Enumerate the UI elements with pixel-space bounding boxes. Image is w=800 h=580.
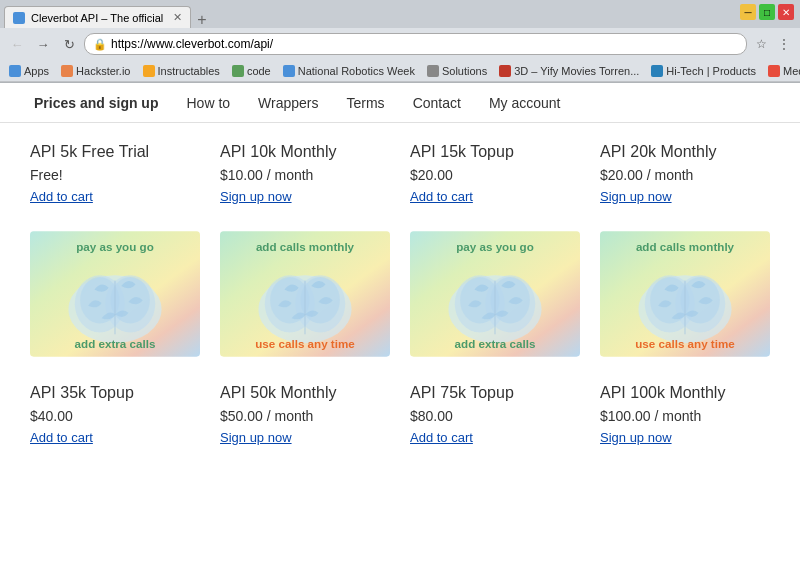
product-price: $40.00 — [30, 408, 200, 424]
close-button[interactable]: ✕ — [778, 4, 794, 20]
bookmark-apps-icon — [9, 65, 21, 77]
svg-text:add calls monthly: add calls monthly — [636, 240, 735, 253]
bookmark-hackster-label: Hackster.io — [76, 65, 130, 77]
add-to-cart-button[interactable]: Add to cart — [30, 189, 200, 204]
svg-text:use calls any time: use calls any time — [255, 337, 355, 350]
tab-close-button[interactable]: ✕ — [173, 11, 182, 24]
bookmark-instructables-label: Instructables — [158, 65, 220, 77]
product-price: $50.00 / month — [220, 408, 390, 424]
bookmark-hitech-label: Hi-Tech | Products — [666, 65, 756, 77]
product-price: $20.00 / month — [600, 167, 770, 183]
product-name: API 5k Free Trial — [30, 143, 200, 161]
svg-text:pay as you go: pay as you go — [76, 240, 154, 253]
settings-button[interactable]: ⋮ — [774, 34, 794, 54]
bookmark-code-label: code — [247, 65, 271, 77]
product-card: API 100k Monthly$100.00 / monthSign up n… — [600, 384, 770, 445]
product-image: pay as you go add extra calls — [410, 224, 580, 364]
product-image: add calls monthly use calls any time — [220, 224, 390, 364]
tab-bar: Cleverbot API – The official ✕ + — [0, 0, 800, 28]
svg-text:use calls any time: use calls any time — [635, 337, 735, 350]
product-price: $100.00 / month — [600, 408, 770, 424]
products-section: API 5k Free TrialFree!Add to cartAPI 10k… — [0, 123, 800, 465]
product-card: API 35k Topup$40.00Add to cart — [30, 384, 200, 445]
maximize-button[interactable]: □ — [759, 4, 775, 20]
bookmark-instructables[interactable]: Instructables — [140, 64, 223, 78]
product-image: pay as you go add extra calls — [30, 224, 200, 364]
address-bar[interactable]: 🔒 — [84, 33, 747, 55]
bookmark-hitech-icon — [651, 65, 663, 77]
nav-wrappers[interactable]: Wrappers — [244, 83, 332, 123]
tab-title: Cleverbot API – The official — [31, 12, 163, 24]
bookmark-apps-label: Apps — [24, 65, 49, 77]
refresh-button[interactable]: ↻ — [58, 33, 80, 55]
bookmark-solutions-icon — [427, 65, 439, 77]
navigation-bar: ← → ↻ 🔒 ☆ ⋮ — [0, 28, 800, 60]
address-input[interactable] — [111, 37, 738, 51]
bookmark-instructables-icon — [143, 65, 155, 77]
page-content: Prices and sign up How to Wrappers Terms… — [0, 83, 800, 580]
bookmark-mediatek-label: MediaTek Labs | Dev To... — [783, 65, 800, 77]
product-price: $10.00 / month — [220, 167, 390, 183]
ssl-lock-icon: 🔒 — [93, 38, 107, 51]
window-controls: ─ □ ✕ — [740, 4, 794, 20]
active-tab[interactable]: Cleverbot API – The official ✕ — [4, 6, 191, 28]
bookmark-code[interactable]: code — [229, 64, 274, 78]
bookmarks-bar: Apps Hackster.io Instructables code Nati… — [0, 60, 800, 82]
bookmark-mediatek-icon — [768, 65, 780, 77]
bookmark-hackster-icon — [61, 65, 73, 77]
new-tab-button[interactable]: + — [191, 12, 212, 28]
products-grid: API 5k Free TrialFree!Add to cartAPI 10k… — [30, 143, 770, 445]
product-card: API 10k Monthly$10.00 / monthSign up now — [220, 143, 390, 204]
bookmark-apps[interactable]: Apps — [6, 64, 52, 78]
bookmark-yify-icon — [499, 65, 511, 77]
product-card: API 75k Topup$80.00Add to cart — [410, 384, 580, 445]
product-name: API 20k Monthly — [600, 143, 770, 161]
bookmark-code-icon — [232, 65, 244, 77]
bookmark-robotics-label: National Robotics Week — [298, 65, 415, 77]
nav-prices[interactable]: Prices and sign up — [20, 83, 172, 123]
sign-up-button[interactable]: Sign up now — [220, 430, 390, 445]
back-button[interactable]: ← — [6, 33, 28, 55]
svg-text:pay as you go: pay as you go — [456, 240, 534, 253]
sign-up-button[interactable]: Sign up now — [600, 189, 770, 204]
nav-terms[interactable]: Terms — [333, 83, 399, 123]
sign-up-button[interactable]: Sign up now — [600, 430, 770, 445]
bookmark-hitech[interactable]: Hi-Tech | Products — [648, 64, 759, 78]
product-image: add calls monthly use calls any time — [600, 224, 770, 364]
minimize-button[interactable]: ─ — [740, 4, 756, 20]
tab-favicon — [13, 12, 25, 24]
nav-howto[interactable]: How to — [172, 83, 244, 123]
product-name: API 10k Monthly — [220, 143, 390, 161]
product-price: $80.00 — [410, 408, 580, 424]
product-price: $20.00 — [410, 167, 580, 183]
forward-button[interactable]: → — [32, 33, 54, 55]
product-card: API 15k Topup$20.00Add to cart — [410, 143, 580, 204]
add-to-cart-button[interactable]: Add to cart — [410, 430, 580, 445]
add-to-cart-button[interactable]: Add to cart — [410, 189, 580, 204]
bookmark-yify[interactable]: 3D – Yify Movies Torren... — [496, 64, 642, 78]
svg-text:add calls monthly: add calls monthly — [256, 240, 355, 253]
product-name: API 15k Topup — [410, 143, 580, 161]
product-name: API 100k Monthly — [600, 384, 770, 402]
add-to-cart-button[interactable]: Add to cart — [30, 430, 200, 445]
product-name: API 50k Monthly — [220, 384, 390, 402]
browser-chrome: Cleverbot API – The official ✕ + ─ □ ✕ ←… — [0, 0, 800, 83]
bookmark-solutions[interactable]: Solutions — [424, 64, 490, 78]
nav-myaccount[interactable]: My account — [475, 83, 575, 123]
product-name: API 75k Topup — [410, 384, 580, 402]
bookmark-solutions-label: Solutions — [442, 65, 487, 77]
svg-text:add extra calls: add extra calls — [455, 337, 536, 350]
bookmark-yify-label: 3D – Yify Movies Torren... — [514, 65, 639, 77]
product-card: API 50k Monthly$50.00 / monthSign up now — [220, 384, 390, 445]
svg-text:add extra calls: add extra calls — [75, 337, 156, 350]
bookmark-robotics-icon — [283, 65, 295, 77]
sign-up-button[interactable]: Sign up now — [220, 189, 390, 204]
product-card: API 5k Free TrialFree!Add to cart — [30, 143, 200, 204]
product-name: API 35k Topup — [30, 384, 200, 402]
bookmark-star-button[interactable]: ☆ — [751, 34, 771, 54]
bookmark-mediatek[interactable]: MediaTek Labs | Dev To... — [765, 64, 800, 78]
bookmark-robotics[interactable]: National Robotics Week — [280, 64, 418, 78]
nav-contact[interactable]: Contact — [399, 83, 475, 123]
product-price: Free! — [30, 167, 200, 183]
bookmark-hackster[interactable]: Hackster.io — [58, 64, 133, 78]
